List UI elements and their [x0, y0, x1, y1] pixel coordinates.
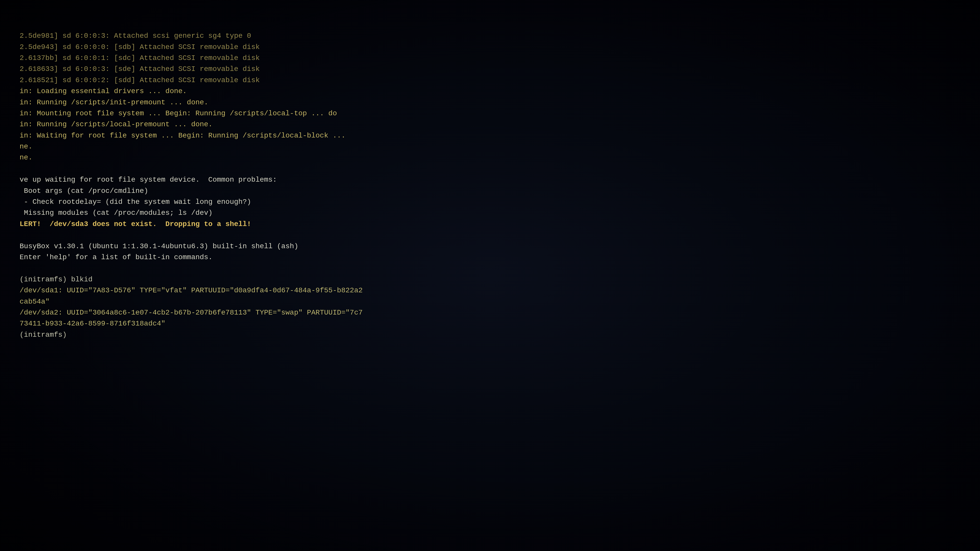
terminal-line: 73411-b933-42a6-8599-8716f318adc4" [20, 318, 960, 329]
terminal-line: LERT! /dev/sda3 does not exist. Dropping… [20, 219, 960, 230]
terminal-line: 2.618633] sd 6:0:0:3: [sde] Attached SCS… [20, 64, 960, 75]
terminal-line: ve up waiting for root file system devic… [20, 174, 960, 185]
terminal-line: in: Waiting for root file system ... Beg… [20, 130, 960, 141]
screen: 2.5de981] sd 6:0:0:3: Attached scsi gene… [0, 0, 980, 551]
terminal-line: ne. [20, 152, 960, 163]
terminal-line: 2.5de943] sd 6:0:0:0: [sdb] Attached SCS… [20, 41, 960, 52]
terminal-line-empty [20, 163, 960, 174]
terminal-line: (initramfs) [20, 329, 960, 340]
terminal-line: (initramfs) blkid [20, 274, 960, 285]
terminal-line-empty [20, 230, 960, 241]
terminal-line: BusyBox v1.30.1 (Ubuntu 1:1.30.1-4ubuntu… [20, 241, 960, 252]
terminal-line: 2.618521] sd 6:0:0:2: [sdd] Attached SCS… [20, 75, 960, 86]
terminal-line: in: Running /scripts/init-premount ... d… [20, 97, 960, 108]
terminal-line: - Check rootdelay= (did the system wait … [20, 197, 960, 207]
terminal-line: Enter 'help' for a list of built-in comm… [20, 252, 960, 263]
terminal-line: /dev/sda1: UUID="7A83-D576" TYPE="vfat" … [20, 285, 960, 296]
terminal-line: Missing modules (cat /proc/modules; ls /… [20, 207, 960, 218]
terminal-line: ne. [20, 141, 960, 152]
terminal-line: 2.5de981] sd 6:0:0:3: Attached scsi gene… [20, 30, 960, 41]
terminal-line: 2.6137bb] sd 6:0:0:1: [sdc] Attached SCS… [20, 52, 960, 64]
terminal-line: cab54a" [20, 296, 960, 307]
terminal-line: Boot args (cat /proc/cmdline) [20, 186, 960, 197]
terminal-line: in: Mounting root file system ... Begin:… [20, 108, 960, 119]
terminal-line-empty [20, 263, 960, 274]
terminal-line: in: Loading essential drivers ... done. [20, 86, 960, 97]
terminal-line: in: Running /scripts/local-premount ... … [20, 119, 960, 130]
terminal-line: /dev/sda2: UUID="3064a8c6-1e07-4cb2-b67b… [20, 307, 960, 318]
terminal-output: 2.5de981] sd 6:0:0:3: Attached scsi gene… [0, 0, 980, 349]
